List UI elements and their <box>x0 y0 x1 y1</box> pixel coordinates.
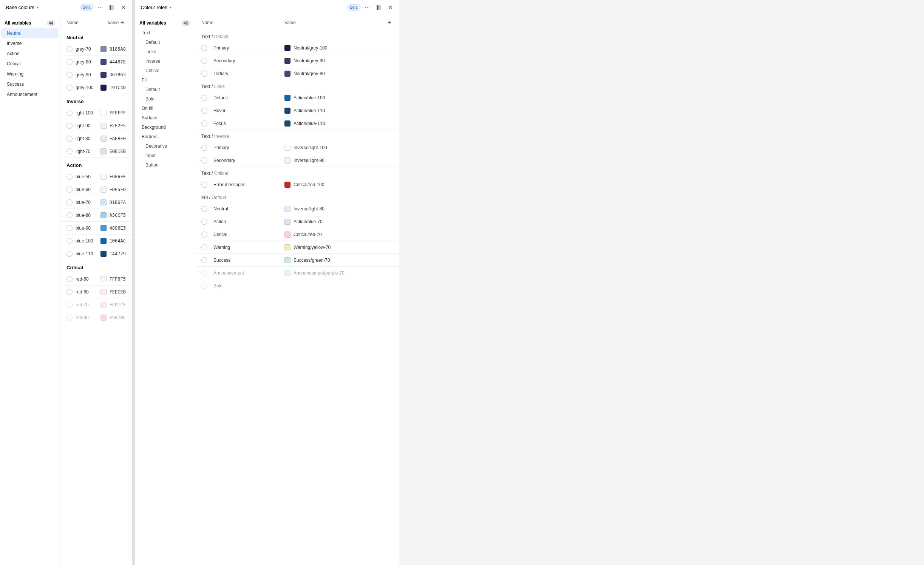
left-add-button[interactable]: + <box>119 19 126 26</box>
right-panel-layout-button[interactable] <box>374 4 383 11</box>
var-name: blue-100 <box>76 238 100 244</box>
left-main-content: Name Value + Neutral grey-70 8185A8 grey… <box>60 15 132 565</box>
right-add-button[interactable]: + <box>386 19 393 26</box>
table-row: Default Action/blue-100 <box>195 91 399 104</box>
var-icon <box>66 276 73 282</box>
right-panel-close-button[interactable]: ✕ <box>386 3 394 12</box>
var-hex: 191C4D <box>110 85 126 90</box>
var-hex: E0E1EB <box>110 149 126 154</box>
var-icon <box>66 302 73 308</box>
right-var-text: Inverse/light-80 <box>294 206 324 211</box>
right-var-name: Warning <box>201 244 284 250</box>
table-row: blue-60 EDF5FD <box>60 183 132 196</box>
right-nav-bold[interactable]: Bold <box>136 94 193 103</box>
table-row: blue-70 D1E6FA <box>60 196 132 209</box>
table-row: grey-100 191C4D <box>60 81 132 94</box>
section-critical: Critical <box>60 260 132 273</box>
right-nav-links[interactable]: Links <box>136 47 193 56</box>
right-panel-actions: Beta ··· ✕ <box>347 3 394 12</box>
left-sidebar: All variables 44 Neutral Inverse Action … <box>0 15 60 565</box>
var-icon <box>201 45 207 51</box>
var-hex: FFF6F5 <box>110 276 126 282</box>
color-swatch <box>100 174 107 180</box>
var-icon <box>201 58 207 64</box>
sidebar-item-critical[interactable]: Critical <box>2 59 59 69</box>
right-nav-surface[interactable]: Surface <box>136 113 193 122</box>
right-col-name-header: Name <box>201 20 284 25</box>
var-name: light-80 <box>76 136 100 141</box>
color-swatch <box>284 232 290 238</box>
table-row: light-90 F2F2F5 <box>60 119 132 132</box>
var-icon <box>66 174 73 180</box>
var-icon <box>66 136 73 142</box>
left-panel-layout-button[interactable] <box>107 4 116 11</box>
table-row: Warning Warning/yellow-70 <box>195 241 399 254</box>
var-icon <box>201 244 207 250</box>
var-hex: EAEAF0 <box>110 136 126 141</box>
var-icon <box>201 71 207 77</box>
right-nav-input[interactable]: Input <box>136 151 193 160</box>
right-nav-button[interactable]: Button <box>136 161 193 170</box>
var-icon <box>201 95 207 101</box>
sidebar-item-success[interactable]: Success <box>2 79 59 89</box>
right-var-value: Success/green-70 <box>284 257 393 263</box>
table-row: blue-80 A3CCF5 <box>60 209 132 222</box>
right-nav-borders[interactable]: Borders <box>136 132 193 141</box>
right-var-name: Secondary <box>201 58 284 64</box>
right-var-text: Critical/red-100 <box>294 182 324 187</box>
var-hex: 44487E <box>110 59 126 65</box>
table-row: blue-90 4896E3 <box>60 222 132 235</box>
left-panel-title[interactable]: .Base colours ▾ <box>5 5 39 10</box>
right-nav: All variables 45 Text Default Links Inve… <box>135 15 195 565</box>
var-value: F2F2F5 <box>100 123 126 129</box>
right-section-fill-default: Fill / Default <box>195 191 399 202</box>
right-nav-inverse[interactable]: Inverse <box>136 57 193 66</box>
var-name: light-90 <box>76 123 100 128</box>
var-icon <box>66 72 73 78</box>
right-nav-fill[interactable]: Fill <box>136 76 193 85</box>
var-hex: FFFFFF <box>110 110 126 116</box>
right-nav-default[interactable]: Default <box>136 38 193 47</box>
right-var-text: Success/green-70 <box>294 258 330 263</box>
left-col-name-header: Name <box>66 20 108 25</box>
right-nav-critical[interactable]: Critical <box>136 66 193 75</box>
right-panel-menu-button[interactable]: ··· <box>363 3 371 12</box>
right-nav-text[interactable]: Text <box>136 28 193 37</box>
right-beta-badge: Beta <box>347 4 360 11</box>
table-row: blue-110 144779 <box>60 247 132 260</box>
var-name: light-100 <box>76 110 100 116</box>
var-icon <box>201 145 207 151</box>
var-name: red-70 <box>76 302 100 307</box>
right-panel-title[interactable]: .Colour roles ▾ <box>139 5 172 10</box>
sidebar-item-inverse[interactable]: Inverse <box>2 39 59 48</box>
var-hex: FEECEB <box>110 289 126 295</box>
table-row: red-80 F9A7BC <box>60 311 132 324</box>
table-row: Focus Action/blue-110 <box>195 117 399 130</box>
right-panel-header: .Colour roles ▾ Beta ··· ✕ <box>135 0 399 15</box>
sidebar-item-warning[interactable]: Warning <box>2 69 59 79</box>
left-panel-close-button[interactable]: ✕ <box>119 3 127 12</box>
sidebar-item-action[interactable]: Action <box>2 49 59 59</box>
var-hex: A3CCF5 <box>110 213 126 218</box>
color-swatch <box>284 71 290 77</box>
right-nav-fill-default[interactable]: Default <box>136 85 193 94</box>
table-row: blue-100 1064AC <box>60 235 132 247</box>
table-row: Primary Inverse/light-100 <box>195 141 399 154</box>
var-value: 144779 <box>100 251 126 257</box>
color-swatch <box>100 199 107 205</box>
section-inverse: Inverse <box>60 94 132 107</box>
var-icon <box>201 108 207 114</box>
var-icon <box>66 289 73 295</box>
right-nav-background[interactable]: Background <box>136 123 193 132</box>
var-icon <box>66 199 73 205</box>
sidebar-item-announcement[interactable]: Announcement <box>2 90 59 99</box>
right-nav-decorative[interactable]: Decorative <box>136 142 193 151</box>
table-row: red-70 FCD1CF <box>60 298 132 311</box>
right-nav-on-fill[interactable]: On fill <box>136 104 193 113</box>
left-panel-menu-button[interactable]: ··· <box>96 3 104 12</box>
table-row: grey-90 363863 <box>60 68 132 81</box>
svg-rect-3 <box>379 5 381 10</box>
sidebar-item-neutral[interactable]: Neutral <box>2 28 59 38</box>
var-icon <box>66 59 73 65</box>
right-var-text: Warning/yellow-70 <box>294 245 331 250</box>
